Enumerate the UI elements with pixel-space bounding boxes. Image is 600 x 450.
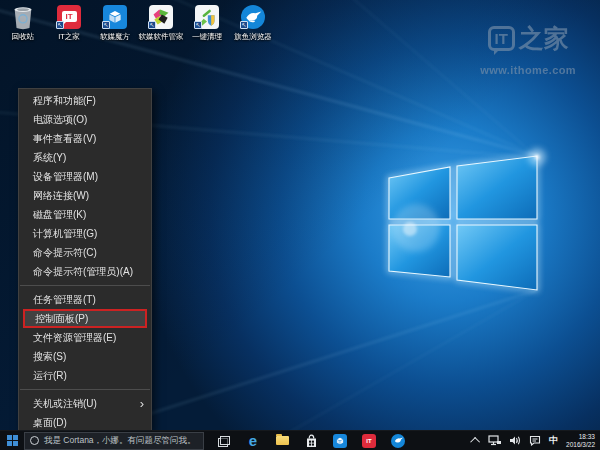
network-icon[interactable] xyxy=(488,435,501,446)
menu-separator xyxy=(20,285,150,286)
tray-date: 2016/3/22 xyxy=(566,441,595,449)
shortcut-arrow-badge: ↖ xyxy=(56,21,64,29)
tray-time: 18:33 xyxy=(579,433,595,441)
software-manager-app-icon: ↖ xyxy=(148,3,174,30)
winx-context-menu: 程序和功能(F) 电源选项(O) 事件查看器(V) 系统(Y) 设备管理器(M)… xyxy=(18,88,152,431)
taskbar-app-icons: e xyxy=(216,433,406,449)
store-taskbar-button[interactable] xyxy=(303,433,319,449)
edge-taskbar-button[interactable]: e xyxy=(245,433,261,449)
desktop-icon-one-key-clean[interactable]: ↖ 一键清理 xyxy=(184,3,230,42)
cortana-icon xyxy=(30,436,39,445)
show-hidden-icons-chevron[interactable] xyxy=(470,437,480,447)
menu-item-task-manager[interactable]: 任务管理器(T) xyxy=(19,290,151,309)
menu-item-computer-management[interactable]: 计算机管理(G) xyxy=(19,224,151,243)
submenu-arrow-icon: › xyxy=(140,394,144,413)
menu-item-disk-management[interactable]: 磁盘管理(K) xyxy=(19,205,151,224)
desktop-icon-label: 软媒魔方 xyxy=(100,32,130,42)
tray-clock[interactable]: 18:33 2016/3/22 xyxy=(566,433,595,449)
menu-item-power-options[interactable]: 电源选项(O) xyxy=(19,110,151,129)
menu-item-search[interactable]: 搜索(S) xyxy=(19,347,151,366)
mofang-taskbar-button[interactable] xyxy=(332,433,348,449)
menu-item-event-viewer[interactable]: 事件查看器(V) xyxy=(19,129,151,148)
menu-item-network-connections[interactable]: 网络连接(W) xyxy=(19,186,151,205)
taskbar: 我是 Cortana，小娜。有问题尽管问我。 e xyxy=(0,430,600,450)
desktop-icon-ruanmei-manager[interactable]: ↖ 软媒软件管家 xyxy=(138,3,184,42)
ime-indicator[interactable]: 中 xyxy=(549,434,558,447)
one-key-clean-app-icon: ↖ xyxy=(194,3,220,30)
desktop-icon-label: IT之家 xyxy=(58,32,80,42)
menu-separator xyxy=(20,389,150,390)
menu-item-device-manager[interactable]: 设备管理器(M) xyxy=(19,167,151,186)
action-center-icon[interactable] xyxy=(529,435,541,446)
desktop-icon-label: 旗鱼浏览器 xyxy=(234,32,272,42)
desktop-icon-ithome[interactable]: IT ↖ IT之家 xyxy=(46,3,92,42)
file-explorer-taskbar-button[interactable] xyxy=(274,433,290,449)
menu-item-file-explorer[interactable]: 文件资源管理器(E) xyxy=(19,328,151,347)
qiyu-browser-icon xyxy=(391,434,405,448)
windows-start-icon xyxy=(7,435,18,446)
menu-item-label: 关机或注销(U) xyxy=(33,398,97,409)
desktop-icon-label: 一键清理 xyxy=(192,32,222,42)
menu-item-shutdown-signout[interactable]: 关机或注销(U) › xyxy=(19,394,151,413)
start-button[interactable] xyxy=(0,431,24,450)
menu-item-control-panel[interactable]: 控制面板(P) xyxy=(23,309,147,328)
mofang-app-icon: ↖ xyxy=(102,3,128,30)
windows-desktop: IT 之家 www.ithome.com 回收站 IT ↖ IT之家 xyxy=(0,0,600,450)
ithome-taskbar-button[interactable]: IT xyxy=(361,433,377,449)
task-view-icon xyxy=(218,436,230,446)
store-bag-icon xyxy=(305,434,318,448)
desktop-icon-label: 软媒软件管家 xyxy=(139,32,184,42)
menu-item-command-prompt[interactable]: 命令提示符(C) xyxy=(19,243,151,262)
menu-item-system[interactable]: 系统(Y) xyxy=(19,148,151,167)
qiyu-browser-app-icon: ↖ xyxy=(240,3,266,30)
cortana-search-text: 我是 Cortana，小娜。有问题尽管问我。 xyxy=(44,435,196,447)
qiyu-taskbar-button[interactable] xyxy=(390,433,406,449)
shortcut-arrow-badge: ↖ xyxy=(240,21,248,29)
ithome-app-icon: IT ↖ xyxy=(56,3,82,30)
menu-item-run[interactable]: 运行(R) xyxy=(19,366,151,385)
menu-item-command-prompt-admin[interactable]: 命令提示符(管理员)(A) xyxy=(19,262,151,281)
desktop-icon-ruanmei-mofang[interactable]: ↖ 软媒魔方 xyxy=(92,3,138,42)
shortcut-arrow-badge: ↖ xyxy=(148,21,156,29)
shortcut-arrow-badge: ↖ xyxy=(102,21,110,29)
desktop-icon-recycle-bin[interactable]: 回收站 xyxy=(0,3,46,42)
edge-icon: e xyxy=(249,433,257,448)
task-view-button[interactable] xyxy=(216,433,232,449)
desktop-icon-row: 回收站 IT ↖ IT之家 ↖ 软媒魔方 xyxy=(0,3,276,42)
volume-icon[interactable] xyxy=(509,435,521,446)
cortana-search-box[interactable]: 我是 Cortana，小娜。有问题尽管问我。 xyxy=(24,432,204,450)
desktop-icon-label: 回收站 xyxy=(12,32,35,42)
folder-icon xyxy=(276,436,289,445)
system-tray: 中 18:33 2016/3/22 xyxy=(473,433,600,449)
desktop-icon-qiyu-browser[interactable]: ↖ 旗鱼浏览器 xyxy=(230,3,276,42)
recycle-bin-icon xyxy=(10,3,36,30)
menu-item-programs-features[interactable]: 程序和功能(F) xyxy=(19,91,151,110)
ithome-icon: IT xyxy=(362,434,376,448)
mofang-icon xyxy=(333,434,347,448)
shortcut-arrow-badge: ↖ xyxy=(194,21,202,29)
